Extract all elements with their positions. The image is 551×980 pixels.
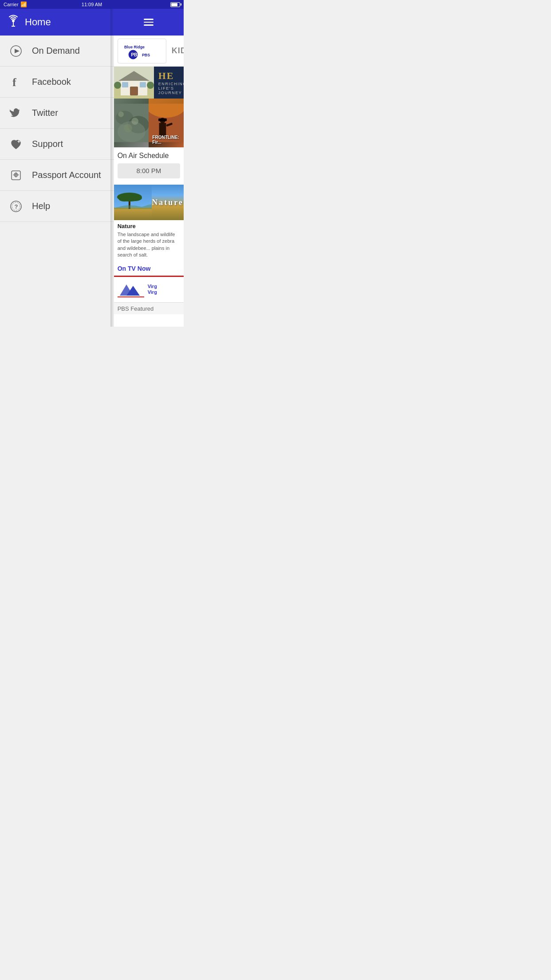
sidebar-item-passport[interactable]: Passport Account <box>0 160 114 191</box>
rock-image-svg <box>114 99 149 147</box>
schedule-time: 8:00 PM <box>136 167 161 174</box>
blue-ridge-pbs-logo[interactable]: Blue Ridge PBS PBS <box>118 39 166 63</box>
schedule-title: On Air Schedule <box>118 152 180 160</box>
svg-text:PBS: PBS <box>142 53 150 57</box>
on-tv-now-button[interactable]: On TV Now <box>114 261 184 276</box>
virginia-logo-svg <box>118 278 144 301</box>
support-label: Support <box>32 139 63 149</box>
passport-icon <box>9 169 23 182</box>
hamburger-line-3 <box>144 24 153 26</box>
status-bar-left: Carrier 📶 <box>4 1 27 8</box>
virginia-banner: Virg Virg <box>114 276 184 302</box>
sidebar-title: Home <box>25 16 51 28</box>
status-bar-right <box>170 2 180 7</box>
app-container: Home On Demand f <box>0 9 184 327</box>
schedule-section: On Air Schedule 8:00 PM <box>114 147 184 185</box>
sidebar-item-facebook[interactable]: f Facebook <box>0 67 114 98</box>
status-bar-time: 11:09 AM <box>82 2 102 7</box>
sidebar-item-twitter[interactable]: Twitter <box>0 98 114 129</box>
banner-image <box>114 67 154 99</box>
svg-rect-21 <box>130 87 138 95</box>
svg-rect-22 <box>122 82 128 87</box>
virginia-line1: Virg <box>148 284 157 289</box>
twitter-icon <box>9 107 23 119</box>
svg-rect-50 <box>118 297 144 298</box>
kids-tab[interactable]: KIDS <box>166 46 184 55</box>
svg-text:+: + <box>17 138 20 145</box>
sidebar-item-on-demand[interactable]: On Demand <box>0 36 114 67</box>
facebook-label: Facebook <box>32 77 71 87</box>
svg-rect-38 <box>158 119 167 121</box>
virginia-line2: Virg <box>148 289 157 295</box>
svg-point-0 <box>12 20 15 22</box>
svg-text:?: ? <box>15 203 18 210</box>
banner-text-area: HE ENRICHING LIFE'S JOURNEY <box>154 67 184 99</box>
svg-point-9 <box>16 174 17 175</box>
schedule-time-bar[interactable]: 8:00 PM <box>118 163 180 178</box>
virginia-logo <box>118 278 144 301</box>
sidebar-drawer: Home On Demand f <box>0 9 114 327</box>
svg-point-32 <box>124 124 132 132</box>
heart-plus-icon: + <box>9 138 23 150</box>
nature-show-title: Nature <box>118 223 180 229</box>
hamburger-line-1 <box>144 19 153 20</box>
status-bar: Carrier 📶 11:09 AM <box>0 0 184 9</box>
svg-point-31 <box>131 118 138 125</box>
sidebar-item-support[interactable]: + Support <box>0 129 114 160</box>
svg-point-35 <box>149 99 184 118</box>
main-header <box>114 9 184 36</box>
svg-point-29 <box>118 121 146 142</box>
sidebar-header: Home <box>0 9 114 36</box>
svg-text:f: f <box>12 76 16 88</box>
frontline-caption: FRONTLINE: Fir... <box>152 135 184 145</box>
nature-show-description: The landscape and wildlife of the large … <box>118 231 180 259</box>
pbs-logo-svg: Blue Ridge PBS PBS <box>122 41 161 61</box>
battery-fill <box>171 3 177 6</box>
thumbnail-rock[interactable] <box>114 99 149 147</box>
nature-image-svg <box>114 185 152 220</box>
house-image-svg <box>114 67 154 99</box>
thumbnail-row: FRONTLINE: Fir... <box>114 99 184 147</box>
svg-point-24 <box>114 82 121 89</box>
play-icon <box>9 45 23 57</box>
on-demand-label: On Demand <box>32 46 80 56</box>
svg-point-25 <box>147 82 154 89</box>
sidebar-item-help[interactable]: ? Help <box>0 191 114 222</box>
banner-heading: HE <box>158 70 184 82</box>
svg-point-44 <box>119 196 130 202</box>
wifi-icon: 📶 <box>20 1 27 8</box>
hamburger-menu-button[interactable] <box>144 19 153 26</box>
hamburger-line-2 <box>144 22 153 23</box>
nature-show-label: Nature <box>152 198 184 207</box>
svg-rect-41 <box>114 208 152 220</box>
carrier-label: Carrier <box>4 2 19 7</box>
svg-point-45 <box>129 195 142 201</box>
help-icon: ? <box>9 200 23 213</box>
pbs-featured-label: PBS Featured <box>118 305 154 312</box>
thumbnail-frontline[interactable]: FRONTLINE: Fir... <box>149 99 184 147</box>
facebook-icon: f <box>9 76 23 88</box>
content-banner: HE ENRICHING LIFE'S JOURNEY <box>114 67 184 99</box>
svg-text:Blue Ridge: Blue Ridge <box>124 45 145 49</box>
nature-card[interactable]: Nature Nature The landscape and wildlife… <box>114 185 184 276</box>
banner-subtitle: ENRICHING LIFE'S JOURNEY <box>158 82 184 95</box>
svg-rect-23 <box>140 82 146 87</box>
nature-info: Nature The landscape and wildlife of the… <box>114 220 184 261</box>
svg-point-30 <box>118 111 124 117</box>
main-panel: Blue Ridge PBS PBS KIDS <box>114 9 184 327</box>
virginia-text: Virg Virg <box>148 284 157 295</box>
twitter-label: Twitter <box>32 108 58 118</box>
svg-rect-49 <box>118 296 144 296</box>
svg-marker-4 <box>15 49 20 53</box>
passport-label: Passport Account <box>32 170 101 180</box>
nature-thumbnail: Nature <box>114 185 184 220</box>
pbs-featured-bar: PBS Featured <box>114 302 184 314</box>
broadcast-tower-icon <box>7 15 20 30</box>
logo-tab-bar: Blue Ridge PBS PBS KIDS <box>114 36 184 67</box>
battery-icon <box>170 2 180 7</box>
sidebar-menu: On Demand f Facebook Twitter <box>0 36 114 327</box>
help-label: Help <box>32 201 50 211</box>
svg-text:PBS: PBS <box>131 52 140 57</box>
